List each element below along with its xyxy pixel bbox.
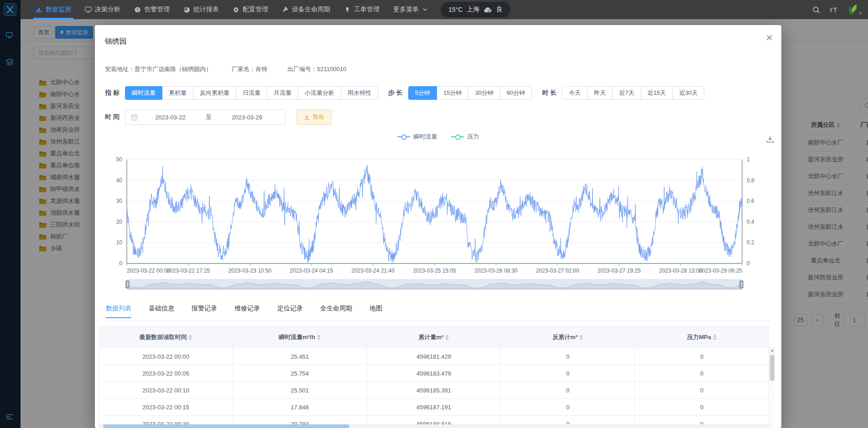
left-rail [0,0,21,428]
table-horizontal-scrollbar [99,424,769,428]
table-header-row: 最新数据读取时间瞬时流量m³/h累计量m³反累计m³压力MPa [99,327,769,348]
time-label: 时 间 [105,113,120,121]
font-size-icon[interactable]: тT [829,6,837,14]
indicator-group: 瞬时流量累积量反向累积量日流量月流量小流量分析用水特性 [125,86,378,100]
datazoom-left-handle[interactable] [125,280,130,289]
vscroll-thumb[interactable] [770,355,774,381]
nav-item-3[interactable]: 告警管理 [127,0,177,19]
svg-text:0: 0 [747,260,750,267]
collapse-menu-icon[interactable] [5,414,13,420]
search-icon[interactable] [812,6,820,14]
datazoom-right-handle[interactable] [739,280,743,289]
indicator-label: 指 标 [105,89,120,97]
weather-widget[interactable]: 15°C 上海 良 [441,2,510,17]
duration-button[interactable]: 昨天 [587,86,613,100]
vendor-value: 肯特 [255,66,267,72]
wrench-icon [282,6,289,13]
detail-tab-4[interactable]: 维修记录 [234,304,260,318]
svg-text:20: 20 [116,219,123,225]
sort-caret-icon [713,335,717,340]
step-button[interactable]: 30分钟 [468,86,500,100]
nav-item-6[interactable]: 设备生命周期 [275,0,337,19]
column-header[interactable]: 反累计m³ [501,327,635,348]
app-logo-icon[interactable] [4,3,16,16]
table-vertical-scrollbar: ▲ [769,347,775,428]
table-row: 2023-03-22 00:0025.4514596181.42900 [99,348,769,365]
indicator-button[interactable]: 月流量 [267,86,298,100]
datazoom-selection[interactable] [127,279,742,289]
svg-text:0.2: 0.2 [747,239,754,246]
indicator-button[interactable]: 日流量 [236,86,267,100]
nav-item-label: 统计报表 [193,5,219,14]
detail-tab-1[interactable]: 数据列表 [106,304,131,318]
export-button[interactable]: 导出 [296,109,332,125]
table-cell: 2023-03-22 00:15 [99,399,233,415]
duration-button[interactable]: 近15天 [641,86,673,100]
indicator-button[interactable]: 用水特性 [341,86,378,100]
table-row: 2023-03-22 00:1517.8484596187.19100 [99,398,769,415]
svg-text:2023-03-26 08:30: 2023-03-26 08:30 [474,268,518,274]
table-cell: 0 [501,348,635,365]
nav-item-5[interactable]: 配置管理 [226,0,275,19]
table-row: 2023-03-22 00:1025.5014596185.39100 [99,382,769,398]
column-header-label: 压力MPa [687,333,711,341]
date-end[interactable]: 2023-03-29 [214,114,280,121]
step-button[interactable]: 15分钟 [437,86,468,100]
line-chart[interactable]: 0102030405000.20.40.60.812023-03-22 00:0… [95,139,781,277]
column-header[interactable]: 瞬时流量m³/h [233,327,367,348]
svg-text:2023-03-27 19:25: 2023-03-27 19:25 [598,268,641,274]
nav-item-7[interactable]: 工单管理 [337,0,386,19]
detail-tab-3[interactable]: 报警记录 [192,304,217,318]
detail-tab-5[interactable]: 定位记录 [277,304,303,318]
date-start[interactable]: 2023-03-22 [138,114,203,121]
nav-item-label: 告警管理 [144,5,170,14]
svg-text:2023-03-24 21:40: 2023-03-24 21:40 [351,268,395,274]
vendor-label: 厂家名： [232,66,255,72]
svg-text:2023-03-24 04:15: 2023-03-24 04:15 [290,268,333,274]
nav-item-1[interactable]: 数据监测 [29,0,78,19]
svg-text:40: 40 [116,177,123,184]
nav-item-8[interactable]: 更多菜单 [386,0,434,19]
indicator-button[interactable]: 瞬时流量 [125,86,162,100]
step-button[interactable]: 60分钟 [500,86,532,100]
nav-item-4[interactable]: 统计报表 [177,0,226,19]
table-cell: 0 [635,365,769,382]
detail-tab-6[interactable]: 全生命周期 [320,304,352,318]
indicator-button[interactable]: 小流量分析 [298,86,341,100]
svg-text:2023-03-22 17:25: 2023-03-22 17:25 [167,268,210,274]
column-header-label: 最新数据读取时间 [139,333,187,341]
close-icon[interactable]: ✕ [765,32,773,43]
table-cell: 4596187.191 [367,399,501,415]
indicator-button[interactable]: 累积量 [162,86,193,100]
duration-button[interactable]: 今天 [562,86,587,100]
duration-group: 今天昨天近7天近15天近30天 [562,86,704,100]
nav-item-label: 更多菜单 [393,5,419,14]
svg-text:0.6: 0.6 [747,198,754,204]
datazoom-slider[interactable] [127,279,742,290]
scroll-up-arrow-icon[interactable]: ▲ [769,347,775,354]
filter-row: 指 标 瞬时流量累积量反向累积量日流量月流量小流量分析用水特性 步 长 5分钟1… [101,86,704,100]
nav-item-2[interactable]: 决策分析 [78,0,127,19]
hscroll-thumb[interactable] [103,424,349,428]
step-label: 步 长 [388,89,403,97]
column-header[interactable]: 累计量m³ [367,327,501,348]
address-label: 安装地址： [105,66,135,72]
monitor-rail-icon[interactable] [6,32,13,38]
duration-button[interactable]: 近30天 [672,86,704,100]
serial-label: 出厂编号： [287,66,317,72]
weather-air-quality: 良 [496,5,503,14]
brand-leaf-logo[interactable]: ▾ [847,4,862,15]
svg-text:30: 30 [116,198,123,204]
detail-tab-2[interactable]: 基础信息 [149,304,174,318]
indicator-button[interactable]: 反向累积量 [193,86,236,100]
layers-rail-icon[interactable] [6,58,14,66]
column-header[interactable]: 压力MPa [635,327,769,348]
date-range-picker[interactable]: 2023-03-22 至 2023-03-29 [125,109,286,125]
nav-item-label: 设备生命周期 [292,5,330,14]
duration-button[interactable]: 近7天 [612,86,641,100]
column-header[interactable]: 最新数据读取时间 [99,327,233,348]
step-button[interactable]: 5分钟 [408,86,437,100]
svg-text:10: 10 [116,239,123,246]
table-cell: 4596185.391 [367,382,501,398]
detail-tab-7[interactable]: 地图 [369,304,382,318]
